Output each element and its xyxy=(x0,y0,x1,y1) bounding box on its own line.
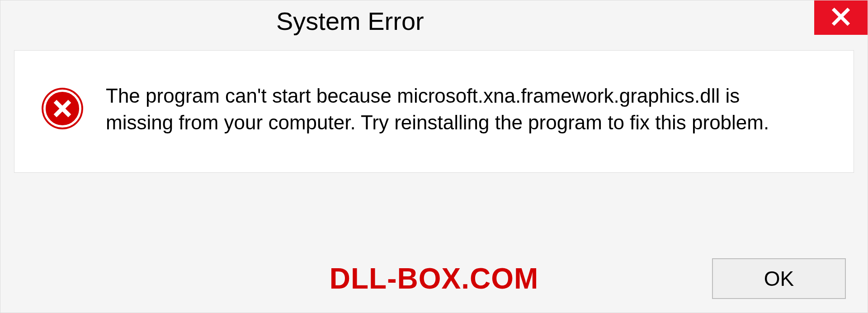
close-icon xyxy=(831,7,851,28)
ok-button[interactable]: OK xyxy=(712,258,846,299)
error-icon xyxy=(42,88,83,129)
close-button[interactable] xyxy=(814,0,868,35)
error-dialog: System Error The program can't start bec… xyxy=(0,0,868,313)
titlebar: System Error xyxy=(0,0,868,41)
watermark-text: DLL-BOX.COM xyxy=(330,262,539,295)
dialog-footer: DLL-BOX.COM OK xyxy=(0,245,868,313)
error-message: The program can't start because microsof… xyxy=(106,82,793,136)
dialog-title: System Error xyxy=(276,6,424,36)
content-panel: The program can't start because microsof… xyxy=(14,50,854,173)
